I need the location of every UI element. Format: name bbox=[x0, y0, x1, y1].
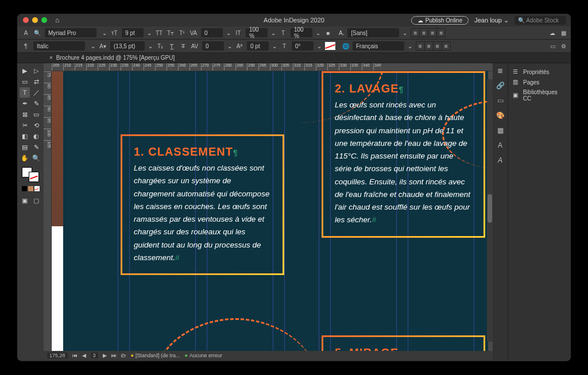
guide[interactable] bbox=[118, 71, 118, 351]
preflight-status[interactable]: Aucune erreur bbox=[185, 353, 222, 358]
justify-full[interactable]: ≡ bbox=[442, 42, 450, 50]
align-right[interactable]: ≡ bbox=[428, 29, 436, 37]
panel-properties[interactable]: ☰Propriétés bbox=[512, 67, 567, 77]
smallcaps-icon[interactable]: Tᴛ bbox=[167, 29, 175, 37]
page-tool[interactable]: ▭ bbox=[20, 76, 30, 87]
justify-left[interactable]: ≡ bbox=[416, 42, 424, 50]
document-tab[interactable]: × Brochure 4 pages.indd @ 175% [Aperçu G… bbox=[17, 53, 571, 63]
free-transform-tool[interactable]: ⟲ bbox=[31, 120, 41, 130]
hscale-field[interactable]: 100 % bbox=[291, 28, 312, 37]
stroke-icon[interactable]: ▭ bbox=[497, 96, 504, 105]
justify-center[interactable]: ≡ bbox=[425, 42, 433, 50]
page-nav-last[interactable]: ⏭ bbox=[111, 353, 117, 358]
zoom-tool[interactable]: 🔍 bbox=[31, 153, 41, 163]
hand-tool[interactable]: ✋ bbox=[20, 153, 30, 163]
line-tool[interactable]: ／ bbox=[31, 87, 41, 98]
open-icon[interactable]: 🗁 bbox=[121, 353, 126, 358]
card-title: 1. CLASSEMENT¶ bbox=[134, 145, 271, 158]
view-mode-normal[interactable]: ▣ bbox=[20, 195, 30, 206]
layers-icon[interactable]: ≣ bbox=[497, 67, 503, 75]
apply-color-row[interactable] bbox=[22, 186, 40, 191]
window-minimize[interactable] bbox=[32, 17, 38, 23]
type-tool[interactable]: T bbox=[20, 87, 30, 98]
stock-search[interactable]: 🔍 Adobe Stock bbox=[514, 16, 566, 25]
align-justify[interactable]: ≡ bbox=[437, 29, 445, 37]
page-nav-next[interactable]: ▶ bbox=[103, 353, 107, 358]
horizontal-ruler[interactable]: 2052102152202252302352402452502552602652… bbox=[44, 63, 493, 71]
links-icon[interactable]: 🔗 bbox=[496, 82, 505, 90]
allcaps-icon[interactable]: TT bbox=[155, 29, 163, 37]
gap-tool[interactable]: ⇄ bbox=[31, 76, 41, 87]
eyedropper-tool[interactable]: ✎ bbox=[31, 142, 41, 152]
view-mode-preview[interactable]: ▢ bbox=[31, 195, 41, 206]
fill-stroke-swatch[interactable] bbox=[22, 167, 39, 182]
kerning-field[interactable]: 0 bbox=[201, 28, 223, 37]
vertical-scrollbar[interactable] bbox=[487, 79, 493, 342]
page-field[interactable]: 3 bbox=[91, 353, 98, 358]
cloud-sync-icon[interactable]: ☁ bbox=[550, 30, 555, 36]
language-field[interactable]: Français bbox=[353, 41, 404, 51]
window-close[interactable] bbox=[23, 17, 29, 23]
window-zoom[interactable] bbox=[41, 17, 47, 23]
page-viewport[interactable]: 1. CLASSEMENT¶ Les caisses d'œufs non cl… bbox=[52, 71, 493, 351]
search-icon[interactable]: 🔍 bbox=[33, 29, 41, 37]
tracking-field[interactable]: 0 bbox=[202, 41, 224, 51]
gradient-feather-tool[interactable]: ◐ bbox=[31, 131, 41, 141]
para-format-icon[interactable]: ¶ bbox=[22, 42, 30, 50]
selection-tool[interactable]: ▶ bbox=[20, 65, 30, 76]
baseline-field[interactable]: 0 pt bbox=[247, 41, 269, 51]
text-frame-mirage[interactable]: 5. MIRAGE¶ bbox=[322, 335, 485, 351]
page-nav-first[interactable]: ⏮ bbox=[72, 353, 78, 358]
preflight-profile[interactable]: [Standard] (de tra... bbox=[131, 353, 180, 358]
page-nav-prev[interactable]: ◀ bbox=[82, 353, 86, 358]
skew-field[interactable]: 0° bbox=[292, 41, 314, 51]
card-title: 2. LAVAGE¶ bbox=[335, 82, 472, 95]
stroke-swatch-none[interactable] bbox=[325, 42, 335, 50]
tab-label: Brochure 4 pages.indd @ 175% [Aperçu GPU… bbox=[56, 55, 175, 61]
zoom-field[interactable]: 175,28 bbox=[47, 353, 68, 358]
dashed-connector bbox=[149, 318, 322, 351]
document-page[interactable]: 1. CLASSEMENT¶ Les caisses d'œufs non cl… bbox=[63, 71, 488, 351]
char-format-icon[interactable]: A bbox=[22, 29, 30, 37]
panel-cc-libraries[interactable]: ▣Bibliothèques CC bbox=[512, 87, 567, 103]
gradient-swatch-tool[interactable]: ◧ bbox=[20, 131, 30, 141]
color-icon[interactable]: 🎨 bbox=[496, 111, 505, 119]
justify-right[interactable]: ≡ bbox=[434, 42, 442, 50]
subscript-icon[interactable]: T₁ bbox=[156, 42, 164, 50]
right-icon-strip: ≣ 🔗 ▭ 🎨 ▦ A A bbox=[493, 63, 508, 360]
font-size-field[interactable]: 9 pt bbox=[122, 28, 144, 37]
rectangle-frame-tool[interactable]: ⊠ bbox=[20, 109, 30, 119]
publish-online-button[interactable]: ☁ Publish Online bbox=[411, 16, 469, 25]
char-style-field[interactable]: [Sans] bbox=[347, 28, 399, 37]
strikethrough-icon[interactable]: T̶ bbox=[179, 42, 187, 50]
panel-pages[interactable]: ▥Pages bbox=[512, 77, 567, 87]
font-style-field[interactable]: Italic bbox=[33, 41, 85, 51]
text-frame-classement[interactable]: 1. CLASSEMENT¶ Les caisses d'œufs non cl… bbox=[121, 134, 284, 275]
screen-mode-icon[interactable]: ▭ bbox=[550, 43, 555, 49]
rectangle-tool[interactable]: ▭ bbox=[31, 109, 41, 119]
close-tab-icon[interactable]: × bbox=[49, 55, 53, 61]
pencil-tool[interactable]: ✎ bbox=[31, 98, 41, 109]
vscale-icon: IT bbox=[234, 29, 242, 37]
scissors-tool[interactable]: ✂ bbox=[20, 120, 30, 130]
para-panel-icon[interactable]: A bbox=[498, 156, 502, 164]
vertical-ruler[interactable]: 7580859095100105 bbox=[44, 71, 52, 351]
align-left[interactable]: ≡ bbox=[411, 29, 419, 37]
vscale-field[interactable]: 100 % bbox=[246, 28, 268, 37]
pen-tool[interactable]: ✒ bbox=[20, 98, 30, 109]
user-menu[interactable]: Jean loup ⌄ bbox=[474, 17, 509, 24]
settings-icon[interactable]: ⚙ bbox=[561, 43, 566, 49]
char-panel-icon[interactable]: A bbox=[498, 141, 502, 149]
home-icon[interactable]: ⌂ bbox=[55, 16, 59, 24]
fill-icon[interactable]: ■ bbox=[324, 29, 332, 37]
text-frame-lavage[interactable]: 2. LAVAGE¶ Les œufs sont rincés avec un … bbox=[322, 71, 485, 238]
underline-icon[interactable]: T̲ bbox=[168, 42, 176, 50]
font-family-field[interactable]: Myriad Pro bbox=[45, 28, 96, 37]
note-tool[interactable]: ▤ bbox=[20, 142, 30, 152]
bridge-icon[interactable]: ▦ bbox=[561, 30, 566, 36]
direct-selection-tool[interactable]: ▷ bbox=[31, 65, 41, 76]
align-center[interactable]: ≡ bbox=[420, 29, 428, 37]
superscript-icon[interactable]: T¹ bbox=[178, 29, 186, 37]
leading-field[interactable]: (13,5 pt) bbox=[110, 41, 145, 51]
swatches-icon[interactable]: ▦ bbox=[497, 126, 504, 134]
